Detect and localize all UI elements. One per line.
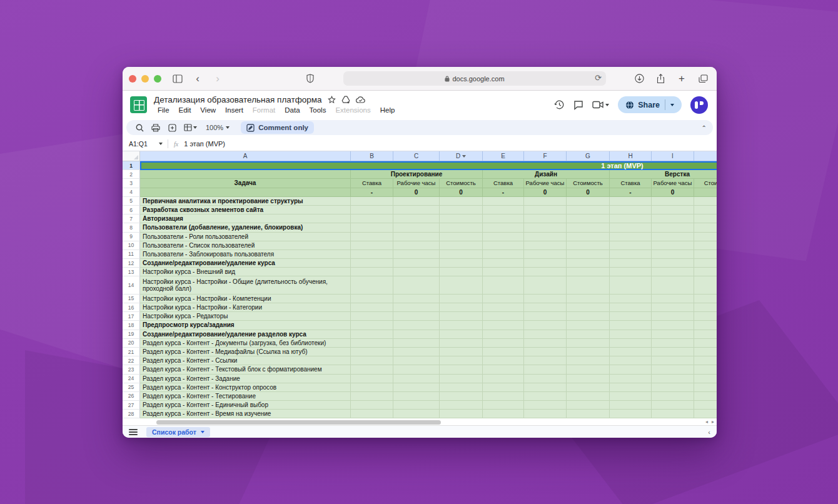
- avatar[interactable]: [690, 96, 708, 114]
- cell[interactable]: [567, 233, 610, 241]
- cell[interactable]: [694, 250, 717, 259]
- task-cell[interactable]: Создание/редактирование/удаление курса: [140, 259, 351, 268]
- cell[interactable]: [567, 330, 610, 339]
- menu-edit[interactable]: Edit: [175, 106, 195, 114]
- row-header[interactable]: 23: [123, 365, 140, 374]
- row-header[interactable]: 20: [123, 339, 140, 348]
- column-header-F[interactable]: F: [524, 151, 567, 161]
- cell[interactable]: [610, 276, 652, 294]
- cell[interactable]: [483, 410, 524, 418]
- task-cell[interactable]: Пользователи - Заблокировать пользовател…: [140, 250, 351, 259]
- row-header[interactable]: 16: [123, 303, 140, 312]
- task-cell[interactable]: Разработка сквозных элементов сайта: [140, 206, 351, 214]
- cell[interactable]: [393, 312, 440, 321]
- totals-cell[interactable]: 0: [524, 188, 567, 197]
- task-cell[interactable]: Раздел курса - Контент - Единичный выбор: [140, 401, 351, 410]
- cell[interactable]: [610, 348, 652, 356]
- task-cell[interactable]: Раздел курса - Контент - Медиафайлы (Ссы…: [140, 348, 351, 356]
- cell[interactable]: [483, 206, 524, 214]
- cell[interactable]: [694, 259, 717, 268]
- cell[interactable]: [483, 401, 524, 410]
- menu-help[interactable]: Help: [376, 106, 399, 114]
- task-cell[interactable]: Первичная аналитика и проектирование стр…: [140, 197, 351, 206]
- mode-selector[interactable]: Comment only: [241, 121, 314, 134]
- row-header[interactable]: 28: [123, 410, 140, 418]
- menu-data[interactable]: Data: [281, 106, 303, 114]
- cell[interactable]: [694, 321, 717, 330]
- cell[interactable]: [393, 295, 440, 303]
- cell[interactable]: [610, 339, 652, 348]
- cell[interactable]: [440, 330, 483, 339]
- sheet-tab-active[interactable]: Список работ: [146, 427, 210, 437]
- column-header-G[interactable]: G: [567, 151, 610, 161]
- cell[interactable]: [524, 356, 567, 365]
- cell[interactable]: [483, 330, 524, 339]
- cell[interactable]: [483, 250, 524, 259]
- task-cell[interactable]: Раздел курса - Контент - Конструктор опр…: [140, 383, 351, 392]
- cell[interactable]: [567, 197, 610, 206]
- cell[interactable]: [440, 383, 483, 392]
- sub-header-cell[interactable]: Ставка: [351, 179, 393, 188]
- row-header[interactable]: 3: [123, 179, 140, 188]
- downloads-icon[interactable]: [632, 71, 647, 86]
- cell[interactable]: [524, 295, 567, 303]
- cell[interactable]: [694, 214, 717, 223]
- cell[interactable]: [393, 206, 440, 214]
- totals-cell[interactable]: -: [610, 188, 652, 197]
- cell[interactable]: [393, 276, 440, 294]
- totals-cell[interactable]: -: [483, 188, 524, 197]
- cell[interactable]: [351, 295, 393, 303]
- cell[interactable]: [610, 375, 652, 383]
- cell[interactable]: [393, 259, 440, 268]
- cell[interactable]: [567, 303, 610, 312]
- cell[interactable]: [351, 375, 393, 383]
- cell[interactable]: [652, 206, 694, 214]
- cell[interactable]: [610, 321, 652, 330]
- cell[interactable]: [393, 339, 440, 348]
- row-header[interactable]: 14: [123, 276, 140, 294]
- cell[interactable]: [694, 365, 717, 374]
- cell[interactable]: [440, 401, 483, 410]
- cell[interactable]: [440, 268, 483, 276]
- cell[interactable]: [393, 197, 440, 206]
- cell[interactable]: [567, 276, 610, 294]
- cell[interactable]: [483, 214, 524, 223]
- cell[interactable]: [393, 303, 440, 312]
- cell[interactable]: [652, 241, 694, 250]
- sheets-logo-icon[interactable]: [130, 96, 147, 113]
- sub-header-cell[interactable]: Ставка: [610, 179, 652, 188]
- cell[interactable]: [440, 321, 483, 330]
- cell[interactable]: [524, 259, 567, 268]
- cell[interactable]: [393, 375, 440, 383]
- cell[interactable]: [694, 233, 717, 241]
- cell[interactable]: [393, 241, 440, 250]
- cell[interactable]: [351, 214, 393, 223]
- column-dropdown-icon[interactable]: [462, 155, 466, 158]
- collapse-panel-icon[interactable]: ‹: [708, 428, 710, 436]
- cell[interactable]: [652, 375, 694, 383]
- cell[interactable]: [440, 410, 483, 418]
- cell[interactable]: [610, 392, 652, 401]
- cell[interactable]: [524, 401, 567, 410]
- cell[interactable]: [610, 233, 652, 241]
- group-header-cell[interactable]: Проектирование: [351, 170, 483, 179]
- task-cell[interactable]: Предпросмотр курса/задания: [140, 321, 351, 330]
- cell[interactable]: [524, 241, 567, 250]
- cell[interactable]: [567, 365, 610, 374]
- cell[interactable]: [483, 321, 524, 330]
- back-button[interactable]: ‹: [190, 71, 205, 86]
- cell[interactable]: [610, 214, 652, 223]
- menu-insert[interactable]: Insert: [221, 106, 247, 114]
- cell[interactable]: [393, 356, 440, 365]
- cell[interactable]: [524, 321, 567, 330]
- task-cell[interactable]: Раздел курса - Контент - Документы (загр…: [140, 339, 351, 348]
- cell[interactable]: [440, 348, 483, 356]
- task-cell[interactable]: Создание/редактирование/удаление раздело…: [140, 330, 351, 339]
- task-header-cell[interactable]: Задача: [140, 179, 351, 188]
- cell[interactable]: [440, 392, 483, 401]
- cell[interactable]: [694, 392, 717, 401]
- cell[interactable]: [567, 356, 610, 365]
- cell[interactable]: [483, 268, 524, 276]
- cell[interactable]: [351, 365, 393, 374]
- cell[interactable]: [652, 321, 694, 330]
